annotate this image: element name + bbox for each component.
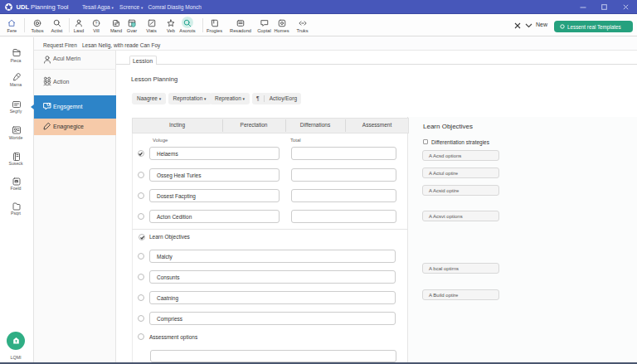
svg-text:?: ? [95, 21, 98, 26]
